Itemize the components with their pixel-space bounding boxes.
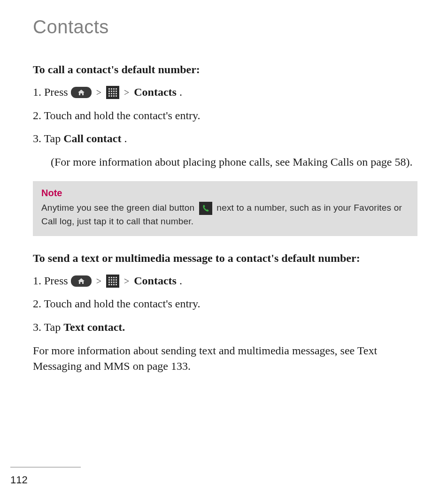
call-contact-label: Call contact (63, 131, 121, 147)
step-text: 1. Press (33, 84, 68, 100)
chevron-icon: > (124, 86, 129, 99)
period: . (179, 273, 182, 289)
page-number: 112 (10, 474, 28, 486)
contacts-label: Contacts (134, 273, 177, 289)
home-icon (71, 275, 92, 287)
step-3-call: 3. Tap Call contact. (33, 131, 417, 147)
step-2-text: 2. Touch and hold the contact's entry. (33, 296, 417, 312)
note-box: Note Anytime you see the green dial butt… (33, 181, 417, 236)
chevron-icon: > (96, 86, 101, 99)
dial-phone-icon (199, 202, 212, 215)
step-text: 3. Tap (33, 320, 61, 336)
chevron-icon: > (96, 275, 101, 288)
apps-grid-icon (106, 86, 119, 99)
step-3-indent: (For more information about placing phon… (51, 154, 417, 170)
step-1-text: 1. Press > > Contacts. (33, 273, 417, 289)
section-heading-call: To call a contact's default number: (33, 63, 417, 76)
step-1-call: 1. Press > > Contacts. (33, 84, 417, 100)
section-heading-text: To send a text or multimedia message to … (33, 252, 417, 265)
step-text: 3. Tap (33, 131, 61, 147)
apps-grid-icon (106, 275, 119, 288)
period: . (179, 84, 182, 100)
contacts-label: Contacts (134, 84, 177, 100)
page-title: Contacts (33, 16, 417, 38)
chevron-icon: > (124, 275, 129, 288)
text-contact-label: Text contact. (63, 320, 125, 336)
note-label: Note (41, 188, 409, 199)
closing-paragraph: For more information about sending text … (33, 343, 417, 374)
page-footer: 112 (10, 467, 81, 486)
step-2-call: 2. Touch and hold the contact's entry. (33, 108, 417, 124)
step-3-text: 3. Tap Text contact. (33, 320, 417, 336)
note-text: Anytime you see the green dial button ne… (41, 201, 409, 228)
step-text: 1. Press (33, 273, 68, 289)
note-text-before: Anytime you see the green dial button (41, 203, 197, 213)
period: . (124, 131, 127, 147)
home-icon (71, 87, 92, 98)
